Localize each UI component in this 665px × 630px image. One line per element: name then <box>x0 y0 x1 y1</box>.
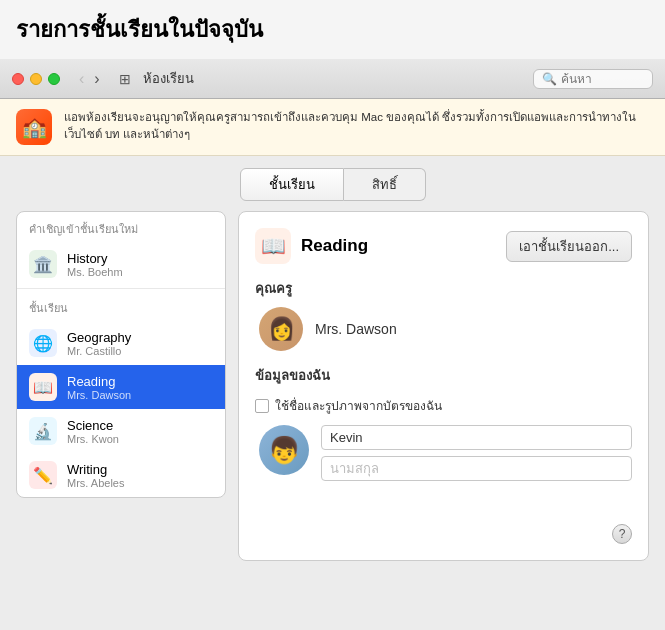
history-item-name: History <box>67 251 123 266</box>
science-item-teacher: Mrs. Kwon <box>67 433 119 445</box>
notification-banner: 🏫 แอพห้องเรียนจะอนุญาตให้คุณครูสามารถเข้… <box>0 99 665 156</box>
writing-item-text: Writing Mrs. Abeles <box>67 462 124 489</box>
nav-arrows: ‹ › <box>76 71 103 87</box>
right-class-icon: 📖 <box>255 228 291 264</box>
right-header: 📖 Reading เอาชั้นเรียนออก... <box>255 228 632 264</box>
window-chrome: ‹ › ⊞ ห้องเรียน 🔍 <box>0 59 665 99</box>
first-name-input[interactable] <box>321 425 632 450</box>
sidebar-item-writing[interactable]: ✏️ Writing Mrs. Abeles <box>17 453 225 497</box>
sidebar-item-geography[interactable]: 🌐 Geography Mr. Castillo <box>17 321 225 365</box>
science-icon: 🔬 <box>29 417 57 445</box>
sidebar-new-invitation-label: คำเชิญเข้าชั้นเรียนใหม่ <box>17 212 225 242</box>
my-avatar: 👦 <box>259 425 309 475</box>
tab-classes[interactable]: ชั้นเรียน <box>240 168 344 201</box>
writing-item-name: Writing <box>67 462 124 477</box>
columns-area: คำเชิญเข้าชั้นเรียนใหม่ 🏛️ History Ms. B… <box>16 211 649 561</box>
history-item-text: History Ms. Boehm <box>67 251 123 278</box>
reading-item-name: Reading <box>67 374 131 389</box>
sidebar-item-science[interactable]: 🔬 Science Mrs. Kwon <box>17 409 225 453</box>
last-name-input[interactable] <box>321 456 632 481</box>
maximize-button[interactable] <box>48 73 60 85</box>
minimize-button[interactable] <box>30 73 42 85</box>
reading-item-text: Reading Mrs. Dawson <box>67 374 131 401</box>
history-item-teacher: Ms. Boehm <box>67 266 123 278</box>
use-card-info-checkbox[interactable] <box>255 399 269 413</box>
search-input[interactable] <box>561 72 641 86</box>
search-icon: 🔍 <box>542 72 557 86</box>
sidebar-classes-label: ชั้นเรียน <box>17 291 225 321</box>
back-arrow[interactable]: ‹ <box>76 71 87 87</box>
right-panel: 📖 Reading เอาชั้นเรียนออก... คุณครู 👩 Mr… <box>238 211 649 561</box>
forward-arrow[interactable]: › <box>91 71 102 87</box>
reading-icon: 📖 <box>29 373 57 401</box>
sidebar-item-reading[interactable]: 📖 Reading Mrs. Dawson <box>17 365 225 409</box>
my-info-section-label: ข้อมูลของฉัน <box>255 365 632 386</box>
teacher-section-label: คุณครู <box>255 278 632 299</box>
leave-class-button[interactable]: เอาชั้นเรียนออก... <box>506 231 632 262</box>
classroom-app-icon: 🏫 <box>16 109 52 145</box>
teacher-name: Mrs. Dawson <box>315 321 397 337</box>
teacher-area: คุณครู 👩 Mrs. Dawson <box>255 278 632 351</box>
help-button-area: ? <box>255 514 632 544</box>
my-info-area: ข้อมูลของฉัน ใช้ชื่อและรูปภาพจากบัตรของฉ… <box>255 365 632 481</box>
notification-text: แอพห้องเรียนจะอนุญาตให้คุณครูสามารถเข้าถ… <box>64 109 649 144</box>
geography-item-teacher: Mr. Castillo <box>67 345 131 357</box>
sidebar-item-history[interactable]: 🏛️ History Ms. Boehm <box>17 242 225 286</box>
teacher-row: 👩 Mrs. Dawson <box>255 307 632 351</box>
science-item-text: Science Mrs. Kwon <box>67 418 119 445</box>
tab-rights[interactable]: สิทธิ์ <box>344 168 426 201</box>
sidebar-divider <box>17 288 225 289</box>
right-class-name: Reading <box>301 236 368 256</box>
tabs-row: ชั้นเรียน สิทธิ์ <box>240 168 426 201</box>
reading-item-teacher: Mrs. Dawson <box>67 389 131 401</box>
checkbox-label: ใช้ชื่อและรูปภาพจากบัตรของฉัน <box>275 396 442 415</box>
history-icon: 🏛️ <box>29 250 57 278</box>
main-content: ชั้นเรียน สิทธิ์ คำเชิญเข้าชั้นเรียนใหม่… <box>0 156 665 573</box>
writing-item-teacher: Mrs. Abeles <box>67 477 124 489</box>
traffic-lights <box>12 73 60 85</box>
teacher-avatar: 👩 <box>259 307 303 351</box>
right-header-left: 📖 Reading <box>255 228 368 264</box>
grid-icon: ⊞ <box>119 71 131 87</box>
help-button[interactable]: ? <box>612 524 632 544</box>
checkbox-row: ใช้ชื่อและรูปภาพจากบัตรของฉัน <box>255 396 632 415</box>
search-box[interactable]: 🔍 <box>533 69 653 89</box>
science-item-name: Science <box>67 418 119 433</box>
geography-item-name: Geography <box>67 330 131 345</box>
sidebar: คำเชิญเข้าชั้นเรียนใหม่ 🏛️ History Ms. B… <box>16 211 226 498</box>
writing-icon: ✏️ <box>29 461 57 489</box>
close-button[interactable] <box>12 73 24 85</box>
geography-icon: 🌐 <box>29 329 57 357</box>
my-fields <box>321 425 632 481</box>
my-avatar-image: 👦 <box>259 425 309 475</box>
geography-item-text: Geography Mr. Castillo <box>67 330 131 357</box>
teacher-avatar-image: 👩 <box>259 307 303 351</box>
title-bar-area: รายการชั้นเรียนในปัจจุบัน <box>0 0 665 59</box>
my-info-row: 👦 <box>255 425 632 481</box>
window-title: ห้องเรียน <box>143 68 194 89</box>
page-title: รายการชั้นเรียนในปัจจุบัน <box>0 8 665 55</box>
